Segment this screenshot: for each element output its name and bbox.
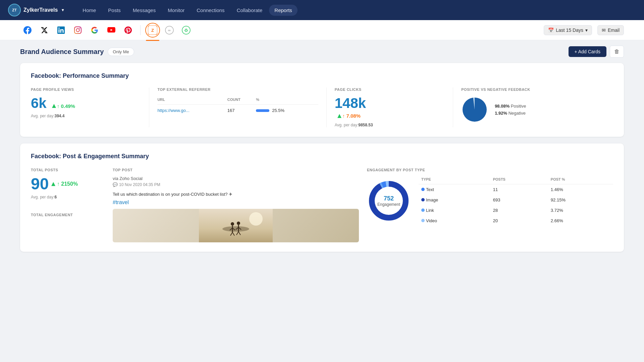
social-icons-list: Z ∞ ♻	[20, 23, 544, 38]
page-clicks-change: ↑ 7.08%	[337, 113, 361, 119]
social-icon-custom1[interactable]: ∞	[162, 23, 177, 38]
engagement-type-table: TYPE POSTS POST % Text 11 1.46%	[419, 176, 613, 226]
nav-posts[interactable]: Posts	[103, 5, 126, 16]
svg-text:Z: Z	[151, 28, 154, 33]
total-engagement-label: TOTAL ENGAGEMENT	[31, 213, 105, 217]
social-icon-zoho-social[interactable]: Z	[145, 23, 160, 38]
referrer-pct: 25.5%	[256, 105, 318, 117]
brand-logo: ZT	[8, 4, 21, 16]
email-btn[interactable]: ✉ Email	[597, 25, 624, 35]
col-post-pct: POST %	[548, 176, 613, 184]
svg-point-18	[237, 222, 240, 225]
add-cards-button[interactable]: + Add Cards	[569, 46, 606, 57]
social-icon-linkedin[interactable]	[54, 23, 68, 38]
nav-links: Home Posts Messages Monitor Connections …	[77, 5, 636, 16]
page-clicks-label: PAGE CLICKS	[335, 87, 445, 92]
visibility-toggle[interactable]: Only Me	[108, 48, 134, 56]
nav-home[interactable]: Home	[77, 5, 101, 16]
table-row: Image 693 92.15%	[419, 195, 613, 205]
feedback-chart: 98.08% Positive 1.92% Negative	[461, 96, 613, 123]
posts-video: 20	[490, 216, 548, 226]
total-posts-label: TOTAL POSTS	[31, 168, 105, 172]
donut-section: 752 Engagement TYPE POSTS POST %	[367, 176, 613, 226]
svg-text:∞: ∞	[168, 28, 171, 32]
pct-text: 1.46%	[548, 184, 613, 195]
calendar-icon: 📅	[548, 27, 554, 33]
engagement-left: TOTAL POSTS 90 ↑ 2150% Avg. per day:6 TO…	[31, 168, 105, 243]
top-post-text: Tell us which destination is on your pos…	[113, 191, 359, 198]
svg-marker-9	[51, 182, 55, 186]
engagement-type-table-wrap: TYPE POSTS POST % Text 11 1.46%	[419, 176, 613, 226]
chevron-down-icon: ▾	[585, 27, 588, 33]
social-icon-facebook[interactable]	[20, 23, 35, 38]
col-count: COUNT	[227, 96, 256, 105]
nav-reports[interactable]: Reports	[269, 5, 298, 16]
top-referrer-section: TOP EXTERNAL REFERRER URL COUNT % https:…	[157, 87, 326, 127]
post-image	[113, 209, 359, 242]
nav-collaborate[interactable]: Collaborate	[231, 5, 268, 16]
page-profile-views-avg: Avg. per day:394.4	[31, 114, 141, 118]
svg-marker-6	[52, 104, 56, 108]
page-profile-views-section: PAGE PROFILE VIEWS 6k ↑ 0.49% Avg. per d…	[31, 87, 149, 127]
feedback-label: POSITIVE VS NEGATIVE FEEDBACK	[461, 87, 613, 92]
mail-icon: ✉	[602, 27, 606, 33]
divider	[140, 25, 141, 35]
social-bar-right: 📅 Last 15 Days ▾ ✉ Email	[544, 25, 624, 35]
nav-brand[interactable]: ZT ZylkerTravels ▾	[8, 4, 64, 16]
nav-messages[interactable]: Messages	[127, 5, 161, 16]
positive-legend: 98.08% Positive	[495, 104, 526, 109]
type-link: Link	[419, 205, 490, 216]
nav-monitor[interactable]: Monitor	[162, 5, 190, 16]
table-row: https://www.go... 167 25.5%	[157, 105, 318, 117]
social-icon-twitter[interactable]	[37, 23, 52, 38]
date-filter-btn[interactable]: 📅 Last 15 Days ▾	[544, 25, 592, 35]
navbar: ZT ZylkerTravels ▾ Home Posts Messages M…	[0, 0, 644, 20]
social-icon-pinterest[interactable]	[121, 23, 136, 38]
social-bar: Z ∞ ♻ 📅 Last 15 Days ▾ ✉ Email	[0, 20, 644, 40]
page-header-right: + Add Cards 🗑	[569, 46, 624, 58]
col-posts: POSTS	[490, 176, 548, 184]
page-title: Brand Audience Summary	[20, 48, 104, 56]
col-type: TYPE	[419, 176, 490, 184]
brand-name: ZylkerTravels	[23, 7, 58, 13]
social-icon-instagram[interactable]	[70, 23, 85, 38]
col-url: URL	[157, 96, 227, 105]
engagement-by-type-label: ENGAGEMENT BY POST TYPE	[367, 168, 613, 172]
referrer-table: URL COUNT % https://www.go... 167	[157, 96, 318, 116]
engagement-card: Facebook: Post & Engagement Summary TOTA…	[20, 143, 624, 252]
type-text: Text	[419, 184, 490, 195]
engagement-card-title: Facebook: Post & Engagement Summary	[31, 153, 613, 160]
table-row: Text 11 1.46%	[419, 184, 613, 195]
top-post-date: 💬 10 Nov 2020 04:35 PM	[113, 182, 359, 187]
page-header: Brand Audience Summary Only Me + Add Car…	[0, 40, 644, 63]
date-filter-label: Last 15 Days	[556, 27, 583, 33]
social-icon-custom2[interactable]: ♻	[179, 23, 194, 38]
top-referrer-label: TOP EXTERNAL REFERRER	[157, 87, 318, 92]
engagement-by-type-section: ENGAGEMENT BY POST TYPE	[367, 168, 613, 243]
social-icon-youtube[interactable]	[104, 23, 119, 38]
progress-bar	[256, 109, 269, 112]
post-hashtag: #travel	[113, 199, 359, 205]
type-image: Image	[419, 195, 490, 205]
page-profile-views-change: ↑ 0.49%	[52, 103, 75, 109]
pct-image: 92.15%	[548, 195, 613, 205]
feedback-pie-chart	[461, 96, 488, 123]
delete-button[interactable]: 🗑	[610, 46, 624, 58]
total-posts-value: 90 ↑ 2150%	[31, 176, 105, 192]
negative-legend: 1.92% Negative	[495, 111, 526, 116]
svg-point-24	[249, 212, 263, 226]
nav-connections[interactable]: Connections	[191, 5, 230, 16]
total-posts-avg: Avg. per day:6	[31, 195, 105, 199]
svg-point-12	[231, 222, 234, 226]
page-profile-views-label: PAGE PROFILE VIEWS	[31, 87, 141, 92]
page-clicks-value: 148k	[335, 95, 366, 111]
email-label: Email	[608, 27, 620, 33]
performance-card: Facebook: Performance Summary PAGE PROFI…	[20, 63, 624, 137]
performance-card-title: Facebook: Performance Summary	[31, 72, 613, 79]
referrer-url[interactable]: https://www.go...	[157, 108, 189, 113]
svg-marker-7	[337, 114, 341, 118]
pct-link: 3.72%	[548, 205, 613, 216]
total-posts-change: ↑ 2150%	[51, 181, 78, 187]
col-pct: %	[256, 96, 318, 105]
social-icon-google[interactable]	[87, 23, 102, 38]
